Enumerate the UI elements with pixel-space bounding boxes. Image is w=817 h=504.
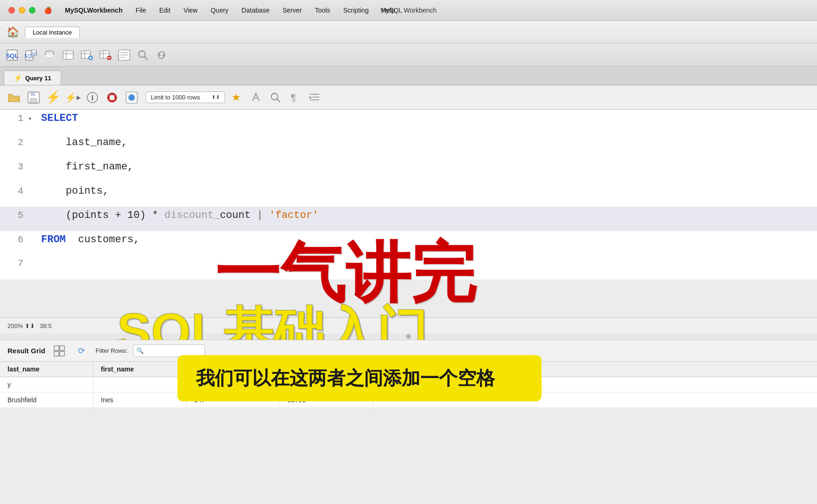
svg-text:SQL: SQL: [6, 52, 19, 59]
result-grid-label: Result Grid: [7, 347, 45, 355]
grid-view-icon[interactable]: [51, 343, 68, 359]
svg-rect-44: [54, 351, 59, 356]
menu-database[interactable]: Database: [235, 7, 276, 14]
filter-input[interactable]: [146, 346, 202, 356]
open-sql-script-icon[interactable]: SQLSQL: [23, 48, 38, 63]
menu-edit[interactable]: Edit: [153, 7, 177, 14]
local-instance-tab[interactable]: Local Instance: [25, 27, 80, 38]
col-first-name: first_name: [93, 362, 187, 377]
dropdown-arrow-icon: ⬆⬇: [211, 94, 220, 100]
line-content-5: (points + 10) * discount_count | 'factor…: [37, 210, 318, 221]
cell-0-0: y: [0, 377, 93, 392]
zoom-control[interactable]: 200% ⬆⬇: [7, 322, 35, 329]
add-table-icon[interactable]: [79, 48, 94, 63]
cell-1-1: Ines: [93, 392, 187, 407]
menu-query[interactable]: Query: [204, 7, 235, 14]
filter-search-icon: 🔍: [136, 347, 144, 354]
line-number-5: 5: [0, 210, 28, 221]
remove-table-icon[interactable]: [98, 48, 113, 63]
home-icon[interactable]: 🏠: [7, 26, 19, 38]
main-content: ⚡ ⚡▶ i Limit to 1000 rows ⬆⬇ ★ ¶: [0, 85, 817, 480]
apple-menu[interactable]: 🍎: [37, 7, 58, 14]
menu-file[interactable]: File: [129, 7, 153, 14]
line-content-6: FROM customers,: [37, 234, 140, 245]
new-sql-tab-icon[interactable]: SQL: [5, 48, 20, 63]
svg-rect-33: [110, 95, 114, 100]
svg-text:SQL: SQL: [30, 51, 37, 56]
line-number-3: 3: [0, 161, 28, 172]
menu-view[interactable]: View: [177, 7, 204, 14]
svg-rect-42: [54, 346, 59, 350]
favorites-icon[interactable]: ★: [228, 89, 245, 106]
lightning-icon: ⚡: [14, 74, 22, 82]
code-line-7: 7: [0, 255, 817, 280]
svg-rect-7: [63, 51, 73, 59]
modify-table-icon[interactable]: [117, 48, 132, 63]
line-content-3: first_name,: [37, 161, 134, 173]
query-11-tab[interactable]: ⚡ Query 11: [4, 70, 61, 85]
svg-rect-43: [60, 346, 64, 350]
create-schema-icon[interactable]: [42, 48, 57, 63]
svg-text:i: i: [92, 94, 93, 102]
app-name[interactable]: MySQLWorkbench: [58, 7, 129, 14]
svg-rect-29: [30, 98, 37, 103]
explain-icon[interactable]: i: [84, 89, 101, 106]
limit-rows-select[interactable]: Limit to 1000 rows ⬆⬇: [146, 91, 225, 103]
line-content-4: points,: [37, 185, 109, 197]
minimize-button[interactable]: [19, 7, 25, 14]
svg-line-37: [277, 99, 280, 102]
limit-rows-label: Limit to 1000 rows: [151, 94, 200, 101]
svg-point-35: [128, 94, 135, 101]
maximize-button[interactable]: [29, 7, 35, 14]
sql-exec-toolbar: ⚡ ⚡▶ i Limit to 1000 rows ⬆⬇ ★ ¶: [0, 85, 817, 110]
nav-bar: 🏠 Local Instance: [0, 21, 817, 43]
svg-point-36: [271, 93, 278, 100]
close-button[interactable]: [8, 7, 15, 14]
code-line-3: 3 first_name,: [0, 158, 817, 182]
cell-1-0: Brushfield: [0, 392, 93, 407]
status-bar: 200% ⬆⬇ 38:5: [0, 317, 817, 334]
indent-icon[interactable]: [306, 89, 323, 106]
menu-server[interactable]: Server: [276, 7, 308, 14]
line-number-7: 7: [0, 258, 28, 269]
code-lines: 1 • SELECT 2 last_name, 3 first_name, 4: [0, 110, 817, 280]
open-folder-icon[interactable]: [6, 89, 22, 106]
line-content-1: SELECT: [37, 112, 78, 124]
col-last-name: last_name: [0, 362, 93, 377]
code-line-4: 4 points,: [0, 182, 817, 207]
zoom-level: 200%: [7, 322, 23, 329]
table-inspector-icon[interactable]: [61, 48, 76, 63]
svg-rect-45: [60, 351, 64, 356]
code-line-2: 2 last_name,: [0, 134, 817, 158]
line-number-4: 4: [0, 186, 28, 196]
execute-lightning-icon[interactable]: ⚡: [45, 89, 62, 106]
query-tab-label: Query 11: [25, 75, 51, 82]
stop-icon[interactable]: [104, 89, 120, 106]
menu-bar: 🍎 MySQLWorkbench File Edit View Query Da…: [37, 7, 401, 14]
menu-help[interactable]: Help: [375, 7, 402, 14]
refresh-icon[interactable]: ⟳: [73, 343, 90, 359]
reconnect-icon[interactable]: [154, 48, 169, 63]
scroll-position-dot: [406, 334, 411, 339]
execute-current-icon[interactable]: ⚡▶: [64, 89, 81, 106]
sql-toolbar-1: SQL SQLSQL: [0, 43, 817, 67]
line-content-2: last_name,: [37, 137, 127, 148]
cursor-position: 38:5: [40, 322, 51, 329]
menu-scripting[interactable]: Scripting: [337, 7, 375, 14]
menu-tools[interactable]: Tools: [309, 7, 337, 14]
code-line-6: 6 FROM customers,: [0, 231, 817, 255]
find-replace-icon[interactable]: [267, 89, 284, 106]
invisible-chars-icon[interactable]: ¶: [287, 89, 303, 106]
svg-text:¶: ¶: [291, 92, 296, 103]
beautify-icon[interactable]: [247, 89, 264, 106]
toggle-output-icon[interactable]: [123, 89, 140, 106]
horizontal-scrollbar[interactable]: [0, 333, 817, 340]
subtitle-banner: 我们可以在这两者之间添加一个空格: [177, 355, 542, 401]
search-icon[interactable]: [135, 48, 150, 63]
line-dot-1: •: [28, 115, 37, 123]
code-editor[interactable]: 1 • SELECT 2 last_name, 3 first_name, 4: [0, 110, 817, 280]
zoom-stepper-icon[interactable]: ⬆⬇: [25, 322, 35, 329]
editor-area[interactable]: 1 • SELECT 2 last_name, 3 first_name, 4: [0, 110, 817, 340]
code-line-5: 5 (points + 10) * discount_count | 'fact…: [0, 207, 817, 231]
save-icon[interactable]: [25, 89, 42, 106]
